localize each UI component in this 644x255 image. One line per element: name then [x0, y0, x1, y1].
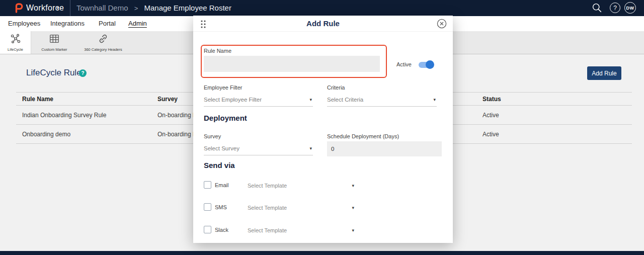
employee-filter-select[interactable]: Select Employee Filter ▾	[204, 94, 313, 107]
add-rule-modal: Add Rule Rule Name Active Employee Filte…	[193, 16, 453, 243]
survey-placeholder: Select Survey	[204, 145, 239, 151]
employee-filter-label: Employee Filter	[204, 84, 242, 91]
caret-down-icon: ▾	[433, 94, 436, 106]
toolbar-item-lifecycle[interactable]: LifeCycle	[0, 31, 31, 54]
toggle-knob	[426, 60, 434, 69]
caret-down-icon: ▾	[352, 180, 354, 192]
lifecycle-icon	[10, 33, 21, 46]
survey-label: Survey	[204, 133, 221, 139]
modal-title: Add Rule	[193, 16, 453, 32]
rule-name-input[interactable]	[204, 56, 380, 72]
caret-down-icon: ▾	[352, 224, 354, 236]
top-bar: Workforce ▾ Townhall Demo > Manage Emplo…	[0, 0, 644, 16]
slack-checkbox[interactable]	[204, 226, 211, 233]
active-label: Active	[396, 61, 412, 67]
help-icon[interactable]: ?	[610, 3, 620, 13]
rule-name-label: Rule Name	[204, 48, 231, 54]
link-icon	[98, 33, 109, 46]
criteria-placeholder: Select Criteria	[327, 97, 363, 103]
toolbar-item-label: LifeCycle	[8, 47, 23, 52]
page-title: LifeCycle Rules	[26, 68, 86, 78]
email-template-select[interactable]: Select Template ▾	[248, 180, 354, 192]
close-icon[interactable]	[437, 19, 447, 29]
employee-filter-placeholder: Select Employee Filter	[204, 97, 262, 103]
criteria-select[interactable]: Select Criteria ▾	[327, 94, 437, 107]
survey-select[interactable]: Select Survey ▾	[204, 142, 313, 155]
caret-down-icon: ▾	[352, 202, 354, 214]
modal-header: Add Rule	[193, 16, 453, 32]
column-header-status: Status	[476, 96, 632, 103]
send-via-heading: Send via	[204, 161, 235, 169]
slack-template-placeholder: Select Template	[248, 227, 287, 233]
email-label: Email	[215, 182, 229, 188]
add-rule-button[interactable]: Add Rule	[587, 66, 621, 80]
breadcrumb: Townhall Demo > Manage Employee Roster	[76, 0, 231, 17]
search-icon[interactable]	[592, 3, 603, 14]
column-header-rule-name: Rule Name	[16, 96, 151, 103]
channel-row-slack: Slack Select Template ▾	[204, 224, 442, 237]
breadcrumb-parent[interactable]: Townhall Demo	[76, 4, 128, 12]
user-avatar[interactable]: DW	[624, 2, 636, 14]
cell-status: Active	[476, 112, 632, 119]
cell-rule-name: Indian Onboarding Survey Rule	[16, 112, 151, 119]
slack-template-select[interactable]: Select Template ▾	[248, 224, 354, 236]
cell-status: Active	[476, 131, 632, 138]
breadcrumb-separator-icon: >	[134, 5, 138, 12]
cell-rule-name: Onboarding demo	[16, 131, 151, 138]
sms-template-placeholder: Select Template	[248, 205, 287, 211]
deployment-heading: Deployment	[204, 114, 247, 122]
caret-down-icon: ▾	[309, 94, 312, 106]
criteria-label: Criteria	[327, 84, 345, 91]
email-checkbox[interactable]	[204, 181, 211, 189]
sms-checkbox[interactable]	[204, 203, 211, 211]
channel-row-email: Email Select Template ▾	[204, 179, 442, 192]
schedule-deployment-label: Schedule Deployment (Days)	[327, 133, 399, 139]
email-template-placeholder: Select Template	[248, 183, 287, 189]
grid-icon	[49, 33, 60, 46]
sms-label: SMS	[215, 204, 227, 210]
nav-item-admin[interactable]: Admin	[128, 16, 147, 31]
toolbar-item-360-category-headers[interactable]: 360 Category Headers	[77, 31, 129, 54]
breadcrumb-current: Manage Employee Roster	[144, 4, 231, 12]
nav-item-integrations[interactable]: Integrations	[50, 16, 85, 31]
schedule-deployment-input[interactable]	[327, 141, 442, 156]
toolbar-item-label: Custom Marker	[41, 47, 67, 52]
toolbar-item-label: 360 Category Headers	[84, 47, 122, 52]
slack-label: Slack	[215, 227, 228, 233]
nav-item-portal[interactable]: Portal	[99, 16, 116, 31]
channel-row-sms: SMS Select Template ▾	[204, 201, 442, 214]
toolbar-item-custom-marker[interactable]: Custom Marker	[32, 31, 77, 54]
active-toggle[interactable]	[419, 61, 434, 68]
workforce-logo-icon[interactable]	[15, 3, 24, 15]
chevron-down-icon[interactable]: ▾	[57, 0, 59, 16]
title-help-icon[interactable]: ?	[79, 69, 87, 77]
topbar-divider	[70, 0, 70, 16]
nav-item-employees[interactable]: Employees	[8, 16, 40, 31]
app-window: Workforce ▾ Townhall Demo > Manage Emplo…	[0, 0, 644, 255]
sms-template-select[interactable]: Select Template ▾	[248, 202, 354, 214]
caret-down-icon: ▾	[309, 142, 312, 155]
